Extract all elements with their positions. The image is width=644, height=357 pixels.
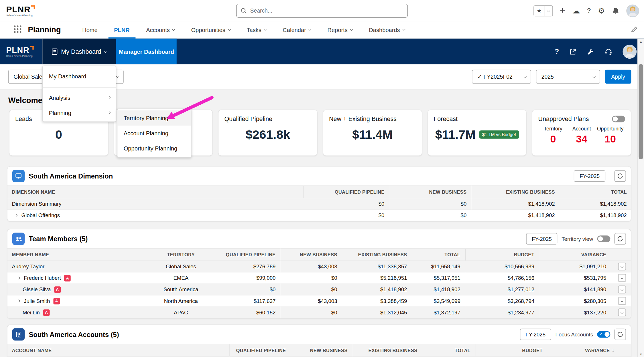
my-dashboard-menu-button[interactable]: My Dashboard [42,39,116,64]
chevron-down-icon [264,28,267,31]
column-header[interactable]: EXISTING BUSINESS [352,344,422,356]
scrollbar-thumb[interactable] [639,64,643,159]
column-header[interactable]: MEMBER NAME [7,248,143,261]
year-select[interactable]: 2025 [536,70,600,84]
vertical-scrollbar[interactable]: ▲ ▼ [637,39,644,357]
column-header[interactable]: DIMENSION NAME [7,186,303,198]
row-actions-button[interactable] [618,297,626,305]
fiscal-year-button[interactable]: FY-2025 [526,233,558,245]
dimension-monitor-icon [12,170,25,182]
apply-button[interactable]: Apply [605,70,631,84]
column-header[interactable]: VARIANCE [539,248,611,261]
scroll-up-arrow[interactable]: ▲ [638,39,644,44]
app-launcher-waffle-icon[interactable] [13,25,22,35]
column-header[interactable]: ACCOUNT NAME [7,344,229,356]
column-header[interactable]: QUALIFIED PIPELINE [219,248,280,261]
plnr-logo: PLNR Sales-Driven Planning [6,5,52,17]
column-header[interactable]: VARIANCE↓ [548,344,619,356]
kpi-label: Forecast [434,115,521,122]
edit-pencil-icon[interactable] [631,26,637,35]
open-in-new-icon[interactable] [569,48,577,55]
column-header[interactable]: TERRITORY [143,248,219,261]
column-header[interactable]: TOTAL [422,344,475,356]
column-header[interactable]: QUALIFIED PIPELINE [303,186,389,198]
territory-view-toggle[interactable]: ✓ [597,235,610,242]
tab-manager-dashboard[interactable]: Manager Dashboard [116,39,177,64]
menu-item-account-planning[interactable]: Account Planning [117,126,191,141]
menu-item-territory-planning[interactable]: Territory Planning [117,110,191,126]
territory-cell: EMEA [143,272,219,284]
column-label: EXISTING BUSINESS [368,348,417,353]
tab-accounts[interactable]: Accounts [146,21,175,38]
menu-item-label: Account Planning [124,130,168,136]
tools-wrench-icon[interactable] [587,48,594,55]
tab-home[interactable]: Home [82,21,98,38]
stat-account: Account 34 [568,126,596,145]
column-header[interactable]: EXISTING BUSINESS [342,248,412,261]
global-actions-icon[interactable]: + [560,5,565,16]
column-header[interactable]: TOTAL [412,248,465,261]
menu-item-opportunity-planning[interactable]: Opportunity Planning [117,141,191,156]
tab-calendar[interactable]: Calendar [283,21,311,38]
column-header[interactable]: QUALIFIED PIPELINE [229,344,291,356]
scroll-down-arrow[interactable]: ▼ [638,351,644,357]
user-avatar[interactable] [626,4,639,17]
global-search[interactable] [236,4,408,18]
expand-chevron-icon[interactable] [17,277,20,279]
menu-item-planning[interactable]: Planning [43,105,116,120]
tab-plnr[interactable]: PLNR [114,21,130,38]
kpi-label: New + Existing Business [329,115,416,122]
expand-chevron-icon[interactable] [15,214,18,217]
column-header[interactable]: TOTAL [560,186,631,198]
tab-dashboards[interactable]: Dashboards [369,21,405,38]
setup-gear-icon[interactable]: ⚙ [598,6,605,15]
row-actions-button[interactable] [618,263,626,270]
value-cell: $5,317,951 [412,272,465,284]
row-actions-button[interactable] [618,309,626,316]
row-name: Frederic Hubert [24,275,61,281]
column-label: BUDGET [522,348,542,353]
refresh-button[interactable] [615,170,626,182]
notifications-bell-icon[interactable] [612,7,619,15]
tab-tasks[interactable]: Tasks [247,21,266,38]
search-input[interactable] [250,8,403,14]
expand-chevron-icon[interactable] [17,300,20,302]
value-cell: $1,418,902 [472,198,560,209]
menu-item-my-dashboard[interactable]: My Dashboard [43,67,116,85]
tab-reports[interactable]: Reports [327,21,352,38]
menu-item-label: Opportunity Planning [124,145,178,152]
column-header[interactable]: NEW BUSINESS [281,248,342,261]
menu-item-analysis[interactable]: Analysis [43,90,116,105]
refresh-button[interactable] [615,329,626,340]
team-members-table: MEMBER NAMETERRITORYQUALIFIED PIPELINENE… [7,248,631,318]
column-label: NEW BUSINESS [429,189,467,194]
column-header[interactable]: BUDGET [476,344,548,356]
kpi-card-new-existing: New + Existing Business $11.4M [323,110,422,156]
unapproved-plans-toggle[interactable]: ✓ [612,116,625,122]
submenu-arrow-icon [108,111,111,114]
section-title: South America Accounts (5) [29,330,119,338]
favorites-button[interactable]: ★ [533,5,553,16]
user-avatar[interactable] [623,45,637,59]
column-header[interactable]: EXISTING BUSINESS [472,186,560,198]
column-header[interactable]: NEW BUSINESS [291,344,352,356]
column-header[interactable]: NEW BUSINESS [389,186,472,198]
logo-text: PLNR [6,45,29,55]
territory-cell: South America [143,284,219,295]
fiscal-year-button[interactable]: FY-2025 [520,329,551,340]
help-icon[interactable]: ? [555,47,559,56]
help-icon[interactable]: ? [587,7,591,14]
row-actions-button[interactable] [618,285,626,293]
row-actions-button[interactable] [618,274,626,282]
value-cell: $43,003 [281,295,342,307]
fiscal-year-button[interactable]: FY-2025 [574,170,605,182]
forecast-select[interactable]: ✓ FY2025F02 [472,70,531,84]
value-cell: $0 [281,284,342,295]
column-header[interactable]: BUDGET [465,248,539,261]
focus-accounts-toggle[interactable]: ✓ [597,331,610,338]
guidance-cloud-icon[interactable]: ☁ [572,6,580,15]
support-headset-icon[interactable] [604,48,612,55]
tab-opportunities[interactable]: Opportunities [191,21,230,38]
refresh-button[interactable] [615,233,626,245]
territory-view-label: Territory view [562,236,593,242]
